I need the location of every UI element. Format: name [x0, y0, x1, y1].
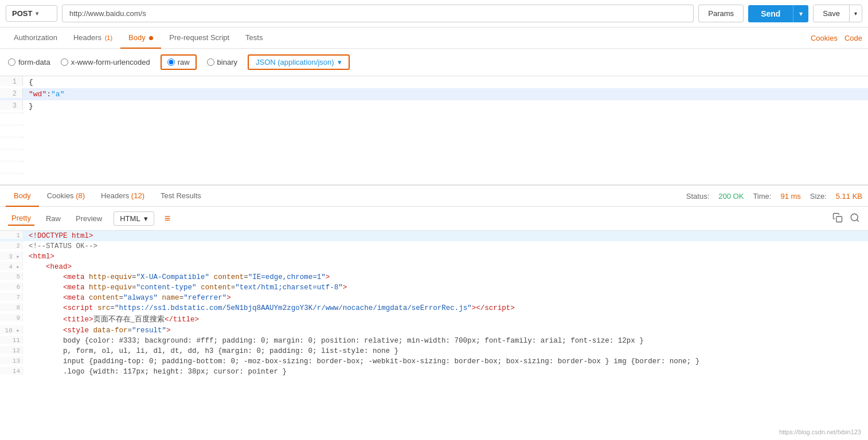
- resp-line-num-13: 13: [0, 356, 23, 364]
- code-line-empty-5: [0, 124, 868, 136]
- response-actions: [832, 213, 860, 225]
- size-label: Size:: [810, 192, 827, 201]
- code-link[interactable]: Code: [844, 34, 862, 42]
- resp-line-10: 10 ▸ <style data-for="result">: [0, 325, 868, 336]
- resp-line-content-3: <html>: [23, 252, 868, 262]
- line-content-e4: [23, 112, 868, 124]
- json-type-arrow-icon: ▾: [338, 58, 342, 66]
- status-value: 200 OK: [718, 192, 744, 201]
- status-label: Status:: [686, 192, 709, 201]
- resp-line-num-6: 6: [0, 282, 23, 290]
- resp-line-1: 1 <!DOCTYPE html>: [0, 231, 868, 241]
- urlencoded-option[interactable]: x-www-form-urlencoded: [61, 58, 150, 66]
- save-btn-group: Save ▾: [813, 5, 862, 22]
- json-type-selector[interactable]: JSON (application/json) ▾: [248, 54, 350, 70]
- resp-tab-headers[interactable]: Headers (12): [93, 186, 153, 207]
- wrap-icon[interactable]: ≡: [165, 213, 171, 225]
- resp-line-content-7: <meta content="always" name="referrer">: [23, 293, 868, 303]
- resp-line-13: 13 input {padding-top: 0; padding-bottom…: [0, 356, 868, 367]
- raw-option[interactable]: raw: [167, 58, 190, 66]
- resp-line-content-13: input {padding-top: 0; padding-bottom: 0…: [23, 356, 868, 367]
- url-input[interactable]: [62, 5, 694, 22]
- resp-line-9: 9 <title>页面不存在_百度搜索</title>: [0, 313, 868, 325]
- resp-format-preview[interactable]: Preview: [72, 212, 105, 225]
- html-type-label: HTML: [120, 214, 140, 223]
- search-button[interactable]: [850, 213, 860, 225]
- method-select[interactable]: POST ▾: [6, 5, 57, 22]
- json-type-label: JSON (application/json): [256, 58, 334, 66]
- send-button[interactable]: Send: [748, 5, 793, 22]
- binary-option[interactable]: binary: [207, 58, 237, 66]
- resp-line-content-14: .logo {width: 117px; height: 38px; curso…: [23, 367, 868, 377]
- method-label: POST: [12, 9, 32, 18]
- tab-authorization[interactable]: Authorization: [6, 28, 65, 49]
- line-num-e4: [0, 112, 23, 114]
- resp-line-content-6: <meta http-equiv="content-type" content=…: [23, 282, 868, 293]
- resp-format-pretty[interactable]: Pretty: [8, 211, 34, 226]
- resp-line-content-11: body {color: #333; background: #fff; pad…: [23, 336, 868, 346]
- resp-format-raw[interactable]: Raw: [42, 212, 64, 225]
- urlencoded-label: x-www-form-urlencoded: [71, 58, 150, 66]
- resp-line-14: 14 .logo {width: 117px; height: 38px; cu…: [0, 367, 868, 377]
- resp-line-2: 2 <!--STATUS OK-->: [0, 241, 868, 252]
- tab-headers[interactable]: Headers (1): [65, 28, 120, 49]
- code-line-empty-9: [0, 172, 868, 184]
- request-tabs-right: Cookies Code: [811, 34, 862, 42]
- svg-line-2: [857, 219, 858, 221]
- form-data-option[interactable]: form-data: [8, 58, 50, 66]
- resp-line-11: 11 body {color: #333; background: #fff; …: [0, 336, 868, 346]
- resp-tab-testresults[interactable]: Test Results: [153, 186, 209, 207]
- response-type-selector[interactable]: HTML ▾: [114, 211, 154, 226]
- resp-line-12: 12 p, form, ol, ul, li, dl, dt, dd, h3 {…: [0, 346, 868, 356]
- code-line-empty-6: [0, 136, 868, 148]
- code-line-3: 3 }: [0, 100, 868, 112]
- line-content-e7: [23, 148, 868, 160]
- resp-line-num-10: 10 ▸: [0, 325, 23, 334]
- raw-radio[interactable]: [167, 58, 175, 66]
- line-content-1: {: [23, 76, 868, 88]
- line-num-e8: [0, 160, 23, 162]
- line-num-1: 1: [0, 76, 23, 86]
- save-button[interactable]: Save: [814, 5, 849, 22]
- code-editor[interactable]: 1 { 2 "wd":"a" 3 }: [0, 76, 868, 186]
- binary-label: binary: [217, 58, 237, 66]
- resp-tab-body[interactable]: Body: [6, 186, 39, 207]
- send-arrow-button[interactable]: ▾: [793, 5, 808, 22]
- resp-line-num-8: 8: [0, 303, 23, 311]
- resp-line-content-12: p, form, ol, ul, li, dl, dt, dd, h3 {mar…: [23, 346, 868, 356]
- code-line-empty-7: [0, 148, 868, 160]
- params-button[interactable]: Params: [698, 5, 744, 22]
- line-content-e8: [23, 160, 868, 172]
- code-line-2: 2 "wd":"a": [0, 88, 868, 100]
- html-arrow-icon: ▾: [144, 214, 148, 223]
- tab-body[interactable]: Body: [120, 28, 161, 49]
- resp-line-num-2: 2: [0, 241, 23, 249]
- response-status-bar: Status: 200 OK Time: 91 ms Size: 5.11 KB: [686, 192, 862, 201]
- size-value: 5.11 KB: [836, 192, 862, 201]
- resp-line-content-5: <meta http-equiv="X-UA-Compatible" conte…: [23, 272, 868, 282]
- response-section: Body Cookies (8) Headers (12) Test Resul…: [0, 186, 868, 377]
- binary-radio[interactable]: [207, 58, 214, 66]
- resp-line-num-3: 3 ▸: [0, 252, 23, 260]
- resp-line-5: 5 <meta http-equiv="X-UA-Compatible" con…: [0, 272, 868, 282]
- code-line-empty-4: [0, 112, 868, 124]
- time-label: Time:: [753, 192, 771, 201]
- response-code: 1 <!DOCTYPE html> 2 <!--STATUS OK--> 3 ▸…: [0, 231, 868, 377]
- resp-line-num-4: 4 ▸: [0, 262, 23, 270]
- cookies-link[interactable]: Cookies: [811, 34, 838, 42]
- resp-line-content-10: <style data-for="result">: [23, 325, 868, 336]
- line-num-e7: [0, 148, 23, 150]
- line-content-e9: [23, 172, 868, 184]
- response-tabs-bar: Body Cookies (8) Headers (12) Test Resul…: [0, 186, 868, 207]
- urlencoded-radio[interactable]: [61, 58, 68, 66]
- code-line-empty-8: [0, 160, 868, 172]
- resp-tab-cookies[interactable]: Cookies (8): [39, 186, 93, 207]
- send-btn-group: Send ▾: [748, 5, 808, 22]
- resp-line-num-9: 9: [0, 313, 23, 321]
- save-arrow-button[interactable]: ▾: [849, 5, 862, 22]
- form-data-radio[interactable]: [8, 58, 15, 66]
- copy-button[interactable]: [832, 213, 843, 225]
- tab-tests[interactable]: Tests: [237, 28, 271, 49]
- resp-line-num-14: 14: [0, 367, 23, 375]
- tab-prerequest[interactable]: Pre-request Script: [161, 28, 237, 49]
